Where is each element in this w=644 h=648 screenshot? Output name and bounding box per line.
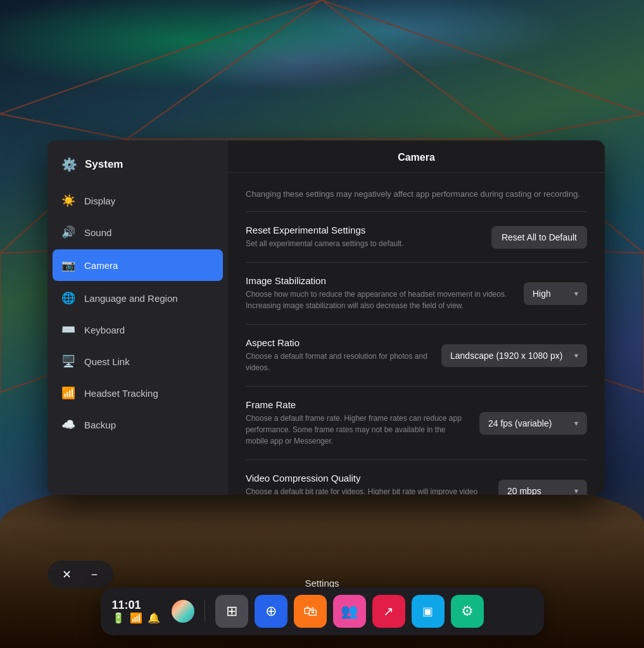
- aspect-ratio-value: Landscape (1920 x 1080 px): [450, 351, 562, 361]
- frame-rate-dropdown[interactable]: 24 fps (variable) ▾: [479, 412, 587, 435]
- chevron-down-icon: ▾: [574, 419, 578, 428]
- apps-icon: ⊞: [226, 603, 237, 620]
- settings-panel: ⚙️ System ☀️ Display 🔊 Sound 📷 Camera 🌐 …: [47, 140, 605, 495]
- headset-tracking-icon: 📶: [61, 386, 75, 400]
- store-icon: 🛍: [303, 603, 317, 620]
- display-label: Display: [84, 196, 115, 206]
- sidebar-header: ⚙️ System: [47, 152, 228, 185]
- frame-rate-desc: Choose a default frame rate. Higher fram…: [246, 413, 469, 447]
- reset-section: Reset Experimental Settings Set all expe…: [246, 211, 587, 262]
- language-label: Language and Region: [84, 293, 178, 304]
- video-compression-section: Video Compression Quality Choose a defau…: [246, 459, 587, 495]
- reset-all-button[interactable]: Reset All to Default: [491, 226, 587, 249]
- language-icon: 🌐: [61, 291, 75, 305]
- aspect-ratio-label: Aspect Ratio: [246, 337, 431, 348]
- keyboard-icon: ⌨️: [61, 323, 75, 337]
- taskbar-divider: [205, 600, 205, 623]
- sidebar-item-display[interactable]: ☀️ Display: [47, 185, 228, 216]
- camera-label: Camera: [84, 260, 118, 271]
- taskbar-status-icons: 🔋 📶 🔔: [112, 612, 160, 624]
- keyboard-label: Keyboard: [84, 325, 125, 335]
- quest-link-icon: 🖥️: [61, 354, 75, 368]
- taskbar: 11:01 🔋 📶 🔔 ⊞ ⊕ 🛍 👥 ↗ ▣ ⚙: [101, 587, 544, 635]
- frame-rate-label: Frame Rate: [246, 399, 469, 410]
- video-compression-value: 20 mbps: [507, 486, 541, 495]
- video-compression-dropdown[interactable]: 20 mbps ▾: [498, 480, 587, 495]
- video-compression-label: Video Compression Quality: [246, 473, 488, 483]
- frame-rate-row: Frame Rate Choose a default frame rate. …: [246, 399, 587, 447]
- backup-icon: ☁️: [61, 418, 75, 432]
- battery-icon: 🔋: [112, 612, 125, 624]
- headset-tracking-label: Headset Tracking: [84, 388, 158, 399]
- aspect-ratio-desc: Choose a default format and resolution f…: [246, 351, 431, 373]
- taskbar-time-section: 11:01 🔋 📶 🔔: [112, 599, 160, 624]
- nav-icon: ⊕: [265, 603, 277, 620]
- svg-line-0: [127, 0, 322, 139]
- quick-settings-button[interactable]: ⚙: [451, 595, 484, 628]
- sidebar-title: System: [85, 158, 123, 171]
- chevron-down-icon: ▾: [574, 487, 578, 495]
- sidebar-item-headset-tracking[interactable]: 📶 Headset Tracking: [47, 377, 228, 409]
- image-stabilization-text: Image Stabilization Choose how much to r…: [246, 275, 514, 311]
- taskbar-time: 11:01: [112, 599, 160, 612]
- image-stabilization-row: Image Stabilization Choose how much to r…: [246, 275, 587, 311]
- chevron-down-icon: ▾: [574, 289, 578, 298]
- store-button[interactable]: 🛍: [294, 595, 327, 628]
- nav-button[interactable]: ⊕: [255, 595, 287, 628]
- video-compression-text: Video Compression Quality Choose a defau…: [246, 473, 488, 495]
- reset-text: Reset Experimental Settings Set all expe…: [246, 225, 481, 249]
- video-compression-row: Video Compression Quality Choose a defau…: [246, 473, 587, 495]
- camera-icon: 📷: [61, 258, 75, 272]
- quick-settings-icon: ⚙: [461, 603, 474, 620]
- system-icon: ⚙️: [61, 157, 77, 172]
- sidebar-item-keyboard[interactable]: ⌨️ Keyboard: [47, 314, 228, 346]
- minimize-button[interactable]: −: [85, 566, 103, 583]
- image-stabilization-section: Image Stabilization Choose how much to r…: [246, 262, 587, 324]
- aspect-ratio-dropdown[interactable]: Landscape (1920 x 1080 px) ▾: [441, 344, 587, 367]
- reset-row: Reset Experimental Settings Set all expe…: [246, 225, 587, 249]
- sound-label: Sound: [84, 227, 111, 238]
- main-body[interactable]: Changing these settings may negatively a…: [228, 173, 605, 495]
- frame-rate-section: Frame Rate Choose a default frame rate. …: [246, 386, 587, 459]
- chevron-down-icon: ▾: [574, 351, 578, 360]
- main-title: Camera: [398, 152, 435, 163]
- sidebar: ⚙️ System ☀️ Display 🔊 Sound 📷 Camera 🌐 …: [47, 140, 228, 495]
- sound-icon: 🔊: [61, 225, 75, 239]
- people-icon: 👥: [341, 603, 358, 620]
- close-button[interactable]: ✕: [58, 566, 75, 583]
- wifi-icon: 📶: [130, 612, 142, 624]
- window-controls: ✕ −: [47, 561, 113, 589]
- apps-button[interactable]: ⊞: [215, 595, 248, 628]
- image-stabilization-desc: Choose how much to reduce the appearance…: [246, 289, 514, 311]
- user-avatar[interactable]: [172, 600, 194, 623]
- warning-text: Changing these settings may negatively a…: [246, 189, 587, 199]
- sidebar-item-quest-link[interactable]: 🖥️ Quest Link: [47, 346, 228, 377]
- main-content: Camera Changing these settings may negat…: [228, 140, 605, 495]
- quest-link-label: Quest Link: [84, 356, 130, 367]
- image-stabilization-value: High: [533, 289, 551, 299]
- cast-button[interactable]: ▣: [412, 595, 445, 628]
- video-compression-desc: Choose a default bit rate for videos. Hi…: [246, 486, 488, 495]
- people-button[interactable]: 👥: [333, 595, 366, 628]
- sidebar-item-sound[interactable]: 🔊 Sound: [47, 216, 228, 248]
- share-button[interactable]: ↗: [372, 595, 405, 628]
- cast-icon: ▣: [422, 604, 433, 618]
- sidebar-item-camera[interactable]: 📷 Camera: [53, 249, 223, 281]
- display-icon: ☀️: [61, 194, 75, 208]
- main-header: Camera: [228, 140, 605, 173]
- backup-label: Backup: [84, 420, 116, 430]
- image-stabilization-dropdown[interactable]: High ▾: [524, 282, 587, 305]
- svg-line-5: [0, 114, 127, 139]
- aspect-ratio-text: Aspect Ratio Choose a default format and…: [246, 337, 431, 373]
- aspect-ratio-section: Aspect Ratio Choose a default format and…: [246, 324, 587, 386]
- sidebar-item-language[interactable]: 🌐 Language and Region: [47, 282, 228, 314]
- share-icon: ↗: [383, 604, 394, 619]
- frame-rate-text: Frame Rate Choose a default frame rate. …: [246, 399, 469, 447]
- image-stabilization-label: Image Stabilization: [246, 275, 514, 286]
- reset-label: Reset Experimental Settings: [246, 225, 481, 235]
- svg-line-1: [322, 0, 507, 139]
- sidebar-item-backup[interactable]: ☁️ Backup: [47, 409, 228, 440]
- frame-rate-value: 24 fps (variable): [488, 418, 552, 428]
- notification-icon: 🔔: [148, 612, 160, 624]
- svg-line-3: [0, 0, 322, 114]
